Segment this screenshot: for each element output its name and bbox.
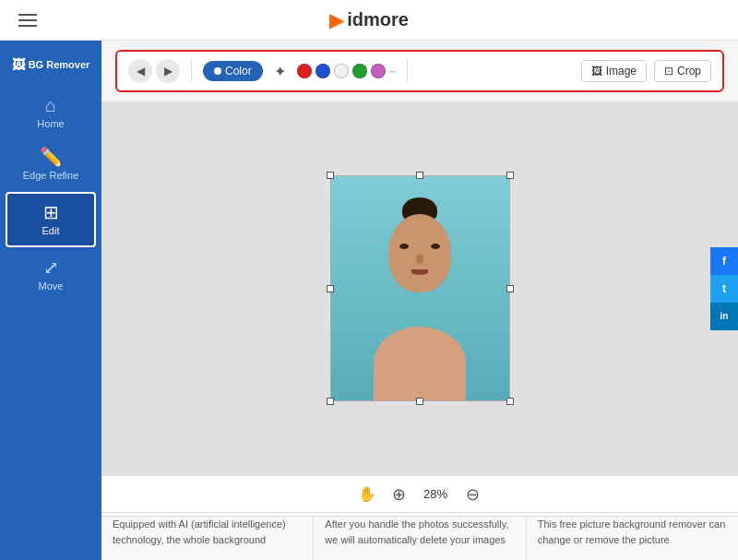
home-label: Home bbox=[37, 118, 64, 129]
swatch-purple[interactable] bbox=[371, 64, 386, 78]
handle-top-right[interactable] bbox=[506, 172, 514, 179]
handle-top-middle[interactable] bbox=[416, 172, 423, 179]
handle-middle-right[interactable] bbox=[506, 285, 514, 292]
person-figure bbox=[360, 197, 480, 400]
facebook-icon: f bbox=[722, 255, 726, 268]
footer-text-3: This free picture background remover can… bbox=[538, 518, 726, 545]
more-swatches[interactable]: ··· bbox=[389, 65, 396, 77]
handle-middle-left[interactable] bbox=[327, 285, 334, 292]
sidebar-item-move[interactable]: ⤢ Move bbox=[0, 249, 101, 301]
color-swatches: ··· bbox=[297, 64, 396, 78]
main-area: 🖼 BG Remover ⌂ Home ✏️ Edge Refine ⊞ Edi… bbox=[0, 41, 738, 560]
edit-label: Edit bbox=[42, 225, 60, 236]
divider-1 bbox=[191, 60, 192, 82]
header: ▶ idmore bbox=[0, 0, 738, 41]
zoom-hand-button[interactable]: ✋ bbox=[356, 483, 378, 506]
facebook-button[interactable]: f bbox=[710, 247, 738, 275]
color-label: Color bbox=[225, 65, 252, 77]
sidebar-item-home[interactable]: ⌂ Home bbox=[0, 87, 101, 138]
menu-button[interactable] bbox=[18, 14, 37, 27]
swatch-white[interactable] bbox=[334, 64, 349, 78]
portrait-background bbox=[331, 176, 509, 400]
crop-button[interactable]: ⊡ Crop bbox=[654, 60, 711, 82]
divider-2 bbox=[407, 60, 408, 82]
editor-container: ◀ ▶ Color ✦ ··· 🖼 Image bbox=[101, 41, 738, 560]
zoom-level: 28% bbox=[419, 487, 452, 501]
footer-info: Equipped with AI (artificial intelligenc… bbox=[101, 516, 738, 560]
head bbox=[388, 214, 451, 292]
nose bbox=[416, 255, 423, 264]
eye-right bbox=[431, 244, 440, 249]
edit-icon: ⊞ bbox=[43, 203, 59, 221]
logo: ▶ idmore bbox=[329, 9, 409, 31]
canvas-area[interactable]: f t in bbox=[101, 101, 738, 475]
twitter-button[interactable]: t bbox=[710, 275, 738, 303]
swatch-blue[interactable] bbox=[315, 64, 330, 78]
sidebar-item-edge-refine[interactable]: ✏️ Edge Refine bbox=[0, 138, 101, 190]
home-icon: ⌂ bbox=[45, 96, 56, 114]
handle-bottom-middle[interactable] bbox=[416, 398, 423, 405]
linkedin-button[interactable]: in bbox=[710, 303, 738, 330]
eraser-button[interactable]: ✦ bbox=[270, 61, 290, 82]
redo-button[interactable]: ▶ bbox=[156, 59, 180, 83]
image-label: Image bbox=[606, 65, 637, 77]
social-sidebar: f t in bbox=[710, 247, 738, 330]
color-dot bbox=[214, 67, 221, 75]
toolbar-right: 🖼 Image ⊡ Crop bbox=[581, 60, 711, 82]
swatch-red[interactable] bbox=[297, 64, 312, 78]
undo-button[interactable]: ◀ bbox=[128, 59, 152, 83]
footer-text-1: Equipped with AI (artificial intelligenc… bbox=[113, 518, 286, 545]
footer-col-3: This free picture background remover can… bbox=[527, 517, 738, 560]
logo-text: idmore bbox=[347, 9, 409, 30]
color-button[interactable]: Color bbox=[203, 61, 263, 81]
footer-col-2: After you handle the photos successfully… bbox=[314, 517, 526, 560]
footer-col-1: Equipped with AI (artificial intelligenc… bbox=[101, 517, 314, 560]
eye-left bbox=[399, 244, 409, 249]
toolbar: ◀ ▶ Color ✦ ··· 🖼 Image bbox=[115, 50, 724, 92]
move-label: Move bbox=[39, 280, 64, 292]
image-icon: 🖼 bbox=[591, 65, 602, 77]
sidebar-title: BG Remover bbox=[29, 59, 90, 70]
move-icon: ⤢ bbox=[43, 258, 59, 277]
swatch-green[interactable] bbox=[352, 64, 367, 78]
sidebar-item-edit[interactable]: ⊞ Edit bbox=[6, 192, 96, 247]
crop-label: Crop bbox=[677, 65, 701, 77]
zoom-in-button[interactable]: ⊕ bbox=[387, 483, 410, 506]
bg-remover-icon: 🖼 bbox=[12, 57, 25, 72]
handle-bottom-left[interactable] bbox=[327, 398, 334, 405]
handle-top-left[interactable] bbox=[327, 172, 334, 179]
twitter-icon: t bbox=[722, 282, 726, 295]
sidebar: 🖼 BG Remover ⌂ Home ✏️ Edge Refine ⊞ Edi… bbox=[0, 41, 101, 560]
edge-refine-icon: ✏️ bbox=[40, 148, 63, 166]
sidebar-app-name: 🖼 BG Remover bbox=[0, 50, 101, 79]
linkedin-icon: in bbox=[720, 311, 729, 321]
mouth bbox=[411, 269, 428, 275]
image-button[interactable]: 🖼 Image bbox=[581, 60, 647, 82]
crop-icon: ⊡ bbox=[664, 65, 673, 77]
edge-refine-label: Edge Refine bbox=[23, 170, 79, 181]
toolbar-nav: ◀ ▶ bbox=[128, 59, 180, 83]
photo-container bbox=[330, 175, 510, 401]
handle-bottom-right[interactable] bbox=[506, 398, 514, 405]
photo-frame bbox=[330, 175, 510, 401]
footer-text-2: After you handle the photos successfully… bbox=[325, 518, 508, 545]
zoom-out-button[interactable]: ⊖ bbox=[461, 483, 483, 506]
logo-icon: ▶ bbox=[329, 9, 343, 31]
shoulders bbox=[374, 327, 466, 400]
zoom-bar: ✋ ⊕ 28% ⊖ bbox=[101, 475, 738, 512]
